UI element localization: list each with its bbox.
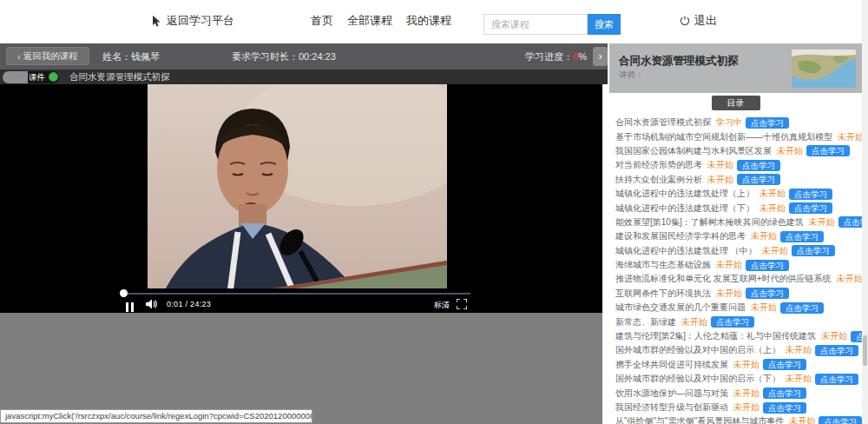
status-label: 未开始 [751, 301, 777, 314]
required-duration: 要求学习时长：00:24:23 [232, 50, 336, 63]
study-button[interactable]: 点击学习 [737, 174, 780, 185]
video-time: 0:01 / 24:23 [167, 300, 211, 308]
search-input[interactable] [483, 14, 588, 35]
back-to-platform-link[interactable]: 返回学习平台 [152, 13, 234, 29]
nav-home[interactable]: 首页 [311, 13, 333, 29]
list-item: 建设和发展国民经济学学科的思考未开始点击学习 [609, 229, 862, 243]
back-to-platform-label: 返回学习平台 [167, 13, 234, 29]
status-label: 学习中 [716, 116, 742, 129]
nav-my-courses[interactable]: 我的课程 [406, 13, 451, 29]
study-button[interactable]: 点击学习 [763, 402, 806, 414]
course-item-title[interactable]: 城镇化进程中的违法建筑处理 （中） [615, 245, 757, 257]
list-item: 海绵城市与生态基础设施未开始点击学习 [609, 258, 862, 272]
status-label: 未开始 [707, 174, 733, 186]
logout-link[interactable]: 退出 [680, 13, 717, 29]
study-button[interactable]: 点击学习 [815, 345, 858, 356]
status-label: 未开始 [837, 273, 862, 285]
video-player[interactable]: 2018第九届中国(国际)水务高峰论坛 0:01 / 24:23 标清 [0, 84, 602, 313]
study-button[interactable]: 点击学习 [789, 189, 832, 200]
seek-bar[interactable] [123, 293, 470, 295]
course-item-title[interactable]: 互联网条件下的环境执法 [615, 288, 711, 300]
study-button[interactable]: 点击学习 [746, 288, 789, 299]
toc-button-row: 目录 [609, 93, 862, 114]
back-to-my-courses-label: 返回我的课程 [23, 50, 78, 63]
course-item-title[interactable]: 建筑与伦理[第2集]：人伦之精蕴：礼与中国传统建筑 [615, 330, 816, 342]
course-item-title[interactable]: 携手全球共同促进可持续发展 [615, 359, 728, 371]
course-item-title[interactable]: 能效展望[第10集]：了解树木掩映其间的绿色建筑 [615, 216, 804, 229]
course-item-title[interactable]: 我国经济转型升级与创新驱动 [615, 401, 728, 414]
video-controls-bar: 0:01 / 24:23 标清 [120, 288, 474, 313]
study-button[interactable]: 点击学习 [851, 331, 862, 342]
study-button[interactable]: 点击学习 [806, 145, 850, 156]
course-item-title[interactable]: 建设和发展国民经济学学科的思考 [615, 230, 746, 242]
course-item-title[interactable]: 海绵城市与生态基础设施 [615, 259, 711, 271]
study-button[interactable]: 点击学习 [780, 231, 824, 242]
study-button[interactable]: 点击学习 [789, 202, 832, 214]
course-item-title[interactable]: 我国国家公园体制构建与水利风景区发展 [615, 145, 772, 157]
course-item-title[interactable]: 扶持大众创业案例分析 [615, 174, 702, 186]
list-item: 能效展望[第10集]：了解树木掩映其间的绿色建筑未开始点击学习 [609, 215, 862, 229]
study-button[interactable]: 点击学习 [792, 245, 835, 256]
study-button[interactable]: 点击学习 [838, 216, 862, 228]
course-item-title[interactable]: 城市绿色交通发展的几个重要问题 [615, 301, 746, 314]
pause-button[interactable] [126, 300, 136, 309]
study-button[interactable]: 点击学习 [737, 160, 780, 171]
chevron-left-icon: ‹ [17, 51, 21, 62]
player-subheader-bar: 课件 合同水资源管理模式初探 [0, 70, 608, 84]
study-button[interactable]: 点击学习 [746, 260, 789, 271]
status-label: 未开始 [777, 145, 803, 157]
list-item: 合同水资源管理模式初探学习中点击学习 [609, 116, 862, 129]
status-label: 未开始 [760, 202, 786, 215]
power-icon [680, 16, 690, 26]
study-button[interactable]: 点击学习 [711, 316, 754, 328]
course-item-title[interactable]: 城镇化进程中的违法建筑处理（上） [615, 188, 754, 200]
course-item-title[interactable]: 新常态、新绿建 [615, 316, 676, 328]
current-course-title: 合同水资源管理模式初探 [69, 71, 170, 83]
list-item: 国外城市群的经验以及对中国的启示（上）未开始点击学习 [609, 343, 862, 357]
nav-all-courses[interactable]: 全部课程 [347, 13, 392, 29]
course-item-title[interactable]: 合同水资源管理模式初探 [615, 116, 711, 129]
list-item: 扶持大众创业案例分析未开始点击学习 [609, 173, 862, 187]
status-label: 未开始 [716, 288, 742, 300]
course-item-title[interactable]: 国外城市群的经验以及对中国的启示（上） [615, 344, 780, 356]
page-background [0, 313, 602, 424]
status-label: 未开始 [838, 131, 862, 143]
course-thumbnail-map[interactable] [792, 50, 856, 88]
study-button[interactable]: 点击学习 [763, 359, 806, 370]
status-label: 未开始 [733, 388, 760, 400]
volume-icon[interactable] [146, 299, 158, 309]
course-item-title[interactable]: 城镇化进程中的违法建筑处理（下） [615, 202, 754, 215]
course-item-title[interactable]: 国外城市群的经验以及对中国的启示（下） [615, 373, 780, 385]
page-scrollbar[interactable] [862, 0, 868, 424]
courseware-toggle-label: 课件 [29, 72, 45, 83]
toc-button[interactable]: 目录 [712, 96, 760, 110]
logout-label: 退出 [694, 13, 717, 29]
course-item-title[interactable]: 饮用水源地保护—问题与对策 [615, 388, 728, 400]
study-button[interactable]: 点击学习 [815, 374, 858, 385]
study-button[interactable]: 点击学习 [780, 302, 824, 314]
courseware-toggle[interactable]: 课件 [3, 71, 59, 83]
study-button[interactable]: 点击学习 [746, 117, 789, 129]
course-item-title[interactable]: 基于市场机制的城市空间规划创新——十维仿真规划模型 [615, 131, 832, 143]
status-label: 未开始 [681, 316, 707, 328]
seek-handle[interactable] [120, 289, 128, 297]
collapse-panel-button[interactable]: › [593, 47, 608, 66]
back-to-my-courses-button[interactable]: ‹ 返回我的课程 [6, 47, 89, 65]
status-label: 未开始 [760, 188, 786, 200]
study-progress: 学习进度：0% [525, 50, 587, 63]
study-button[interactable]: 点击学习 [819, 416, 862, 424]
study-button[interactable]: 点击学习 [763, 388, 806, 399]
course-item-title[interactable]: 推进物流标准化和单元化 发展互联网+时代的供应链系统 [615, 273, 832, 285]
fullscreen-icon[interactable] [457, 299, 467, 309]
search-button[interactable]: 搜索 [588, 14, 621, 35]
scrollbar-thumb[interactable] [863, 335, 867, 366]
course-item-title[interactable]: 从"供给侧"与"需求侧"看风景园林与城市事件 [615, 415, 784, 424]
list-item: 国外城市群的经验以及对中国的启示（下）未开始点击学习 [609, 372, 862, 386]
toggle-knob-icon [49, 72, 58, 82]
course-panel: 合同水资源管理模式初探 讲师： 目录 合同水资源管理模式初探学习中点击学习基于市… [609, 43, 862, 424]
status-label: 未开始 [762, 245, 788, 257]
top-navbar: 返回学习平台 首页 全部课程 我的课程 搜索 退出 [0, 0, 868, 39]
quality-button[interactable]: 标清 [434, 300, 450, 311]
list-item: 携手全球共同促进可持续发展未开始点击学习 [609, 358, 862, 372]
course-item-title[interactable]: 对当前经济形势的思考 [615, 159, 702, 171]
